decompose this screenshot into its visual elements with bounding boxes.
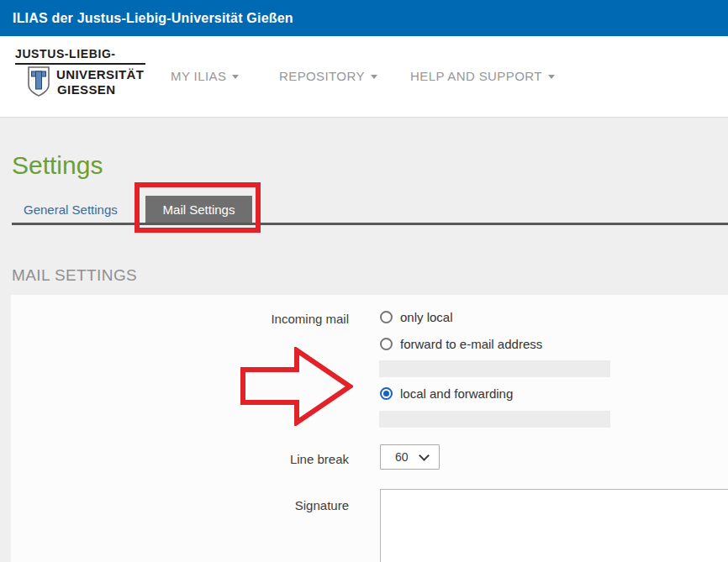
radio-only-local-label: only local <box>400 310 453 324</box>
radio-forward-label: forward to e-mail address <box>400 337 542 351</box>
radio-only-local[interactable]: only local <box>380 310 453 324</box>
tab-underline <box>12 223 728 225</box>
logo-text-line2: UNIVERSITÄT <box>56 67 144 81</box>
tab-mail-settings[interactable]: Mail Settings <box>145 196 252 224</box>
app-title: ILIAS der Justus-Liebig-Universität Gieß… <box>13 0 293 36</box>
logo-text-line1: JUSTUS-LIEBIG- <box>15 47 116 60</box>
section-heading: MAIL SETTINGS <box>12 266 137 285</box>
nav-help-label: HELP AND SUPPORT <box>410 69 542 83</box>
signature-label: Signature <box>210 498 349 512</box>
page-title: Settings <box>12 151 103 180</box>
line-break-select[interactable]: 60 <box>380 444 440 470</box>
radio-local-and-forwarding[interactable]: local and forwarding <box>380 386 513 401</box>
radio-icon <box>380 311 393 323</box>
nav-repository[interactable]: REPOSITORY <box>279 36 377 117</box>
top-bar: ILIAS der Justus-Liebig-Universität Gieß… <box>0 0 728 36</box>
logo-text-line3: GIESSEN <box>57 82 116 97</box>
ilias-settings-page: ILIAS der Justus-Liebig-Universität Gieß… <box>0 0 728 562</box>
line-break-selected-value: 60 <box>395 450 409 464</box>
radio-icon <box>380 338 393 350</box>
nav-my-ilias[interactable]: MY ILIAS <box>171 36 239 117</box>
radio-forward-to-email[interactable]: forward to e-mail address <box>380 337 542 351</box>
radio-icon <box>380 387 393 400</box>
incoming-mail-label: Incoming mail <box>210 312 349 326</box>
main-header: JUSTUS-LIEBIG- UNIVERSITÄT GIESSEN MY IL… <box>0 36 728 118</box>
chevron-down-icon <box>548 75 555 79</box>
signature-textarea[interactable] <box>380 489 728 562</box>
nav-help-and-support[interactable]: HELP AND SUPPORT <box>410 36 555 117</box>
nav-repository-label: REPOSITORY <box>279 69 365 83</box>
logo-underline <box>15 63 145 65</box>
local-forwarding-email-input[interactable] <box>379 411 610 428</box>
chevron-down-icon <box>371 75 377 79</box>
tab-general-settings[interactable]: General Settings <box>24 202 118 217</box>
shield-icon <box>28 66 50 100</box>
university-logo[interactable]: JUSTUS-LIEBIG- UNIVERSITÄT GIESSEN <box>15 47 150 99</box>
radio-local-forwarding-label: local and forwarding <box>400 386 513 401</box>
chevron-down-icon <box>232 75 239 79</box>
forward-email-input[interactable] <box>379 360 610 377</box>
chevron-down-icon <box>419 450 430 461</box>
nav-my-ilias-label: MY ILIAS <box>171 69 226 83</box>
line-break-label: Line break <box>210 452 349 466</box>
